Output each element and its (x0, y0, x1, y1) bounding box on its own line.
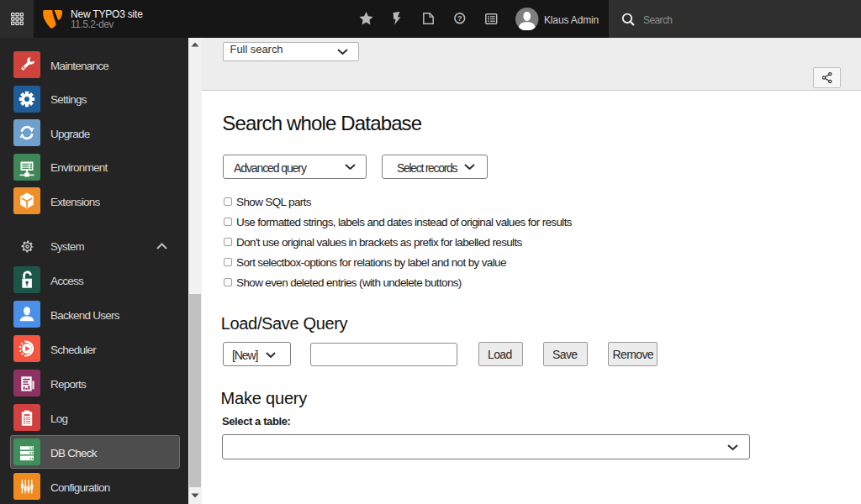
svg-text:?: ? (457, 14, 462, 23)
